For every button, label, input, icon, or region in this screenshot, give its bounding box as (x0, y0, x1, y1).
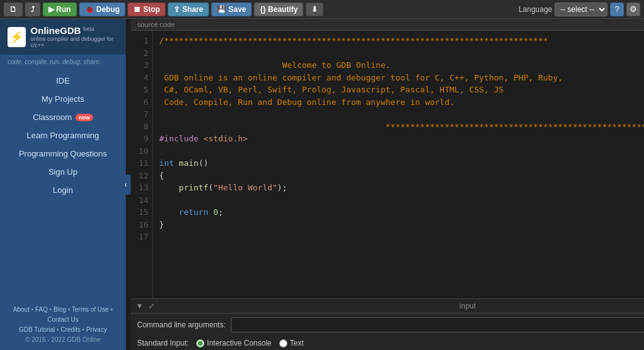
footer-contact[interactable]: Contact Us (47, 316, 78, 323)
settings-button[interactable]: ⚙ (626, 3, 640, 16)
sidebar-item-signup[interactable]: Sign Up (0, 163, 126, 181)
debug-button[interactable]: 🐞 Debug (79, 3, 126, 16)
sidebar-item-my-projects[interactable]: My Projects (0, 90, 126, 108)
sidebar-item-questions[interactable]: Programming Questions (0, 145, 126, 163)
stdin-row: Standard Input: Interactive Console Text (131, 336, 644, 350)
text-label: Text (290, 339, 304, 347)
panel-title: input (160, 302, 644, 310)
interactive-console-label: Interactive Console (207, 339, 272, 347)
footer-gdb-tutorial[interactable]: GDB Tutorial (19, 326, 55, 333)
save-label: 💾 Save (217, 5, 246, 14)
language-selector-area: Language -- select -- C C++ Python Ruby … (519, 3, 640, 16)
sidebar: ⚡ OnlineGDB beta online compiler and deb… (0, 19, 126, 350)
stop-label: ⏹ Stop (133, 5, 160, 14)
source-code-label: source code (131, 19, 644, 31)
editor-area: source code 1 2 3 4 5 6 7 8 9 10 11 12 1… (131, 19, 644, 350)
code-editor: 1 2 3 4 5 6 7 8 9 10 11 12 13 14 15 16 1… (131, 31, 644, 298)
panel-header: ▼ ⤢ input (131, 299, 644, 314)
help-icon: ? (614, 4, 619, 14)
run-label: ▶ Run (48, 5, 71, 14)
sidebar-slogan: code. compile. run. debug. share. (0, 55, 126, 69)
brand-tagline: online compiler and debugger for c/c++ (31, 36, 118, 48)
footer-privacy[interactable]: Privacy (86, 326, 107, 333)
language-label: Language (519, 5, 552, 14)
line-numbers: 1 2 3 4 5 6 7 8 9 10 11 12 13 14 15 16 1… (131, 31, 153, 298)
sidebar-item-learn[interactable]: Learn Programming (0, 126, 126, 145)
brand-text: OnlineGDB beta online compiler and debug… (31, 25, 118, 48)
new-file-icon: 🗋 (9, 5, 17, 14)
footer-credits[interactable]: Credits (60, 326, 80, 333)
stdin-label: Standard Input: (137, 339, 189, 347)
footer-terms[interactable]: Terms of Use (72, 306, 109, 313)
cmd-args-input[interactable] (231, 317, 644, 332)
sidebar-footer: About • FAQ • Blog • Terms of Use • Cont… (0, 300, 126, 350)
code-content[interactable]: /***************************************… (153, 31, 644, 298)
help-button[interactable]: ? (610, 3, 624, 16)
language-select[interactable]: -- select -- C C++ Python Ruby Java (555, 3, 608, 16)
interactive-console-option[interactable]: Interactive Console (196, 339, 272, 347)
run-button[interactable]: ▶ Run (43, 3, 77, 16)
sidebar-nav: IDE My Projects Classroom new Learn Prog… (0, 72, 126, 199)
stop-button[interactable]: ⏹ Stop (128, 3, 165, 16)
beautify-label: {} Beautify (260, 5, 297, 14)
logo: ⚡ (8, 27, 26, 47)
toolbar: 🗋 ⤴ ▶ Run 🐞 Debug ⏹ Stop ⇪ Share 💾 Save … (0, 0, 644, 19)
cmd-args-label: Command line arguments: (137, 320, 226, 329)
sidebar-item-login[interactable]: Login (0, 181, 126, 199)
debug-label: 🐞 Debug (85, 5, 120, 14)
sidebar-item-ide[interactable]: IDE (0, 72, 126, 90)
share-button[interactable]: ⇪ Share (168, 3, 209, 16)
new-badge: new (75, 114, 93, 121)
sidebar-header: ⚡ OnlineGDB beta online compiler and deb… (0, 19, 126, 55)
download-button[interactable]: ⬇ (306, 3, 323, 16)
main-content: ⚡ OnlineGDB beta online compiler and deb… (0, 19, 644, 350)
share-label: ⇪ Share (174, 5, 203, 14)
footer-faq[interactable]: FAQ (35, 306, 48, 313)
beautify-button[interactable]: {} Beautify (254, 3, 303, 16)
input-panel: ▼ ⤢ input Command line arguments: Standa… (131, 298, 644, 350)
download-icon: ⬇ (311, 5, 318, 14)
sidebar-item-classroom[interactable]: Classroom new (0, 108, 126, 126)
open-file-icon: ⤴ (31, 5, 35, 14)
brand-name: OnlineGDB beta (31, 25, 118, 36)
new-button[interactable]: 🗋 (4, 3, 23, 16)
brand-beta: beta (83, 26, 94, 32)
sidebar-collapse-toggle[interactable]: ‹ (121, 175, 131, 195)
footer-about[interactable]: About (13, 306, 30, 313)
gear-icon: ⚙ (630, 4, 637, 14)
cmd-args-row: Command line arguments: (131, 314, 644, 336)
text-option[interactable]: Text (279, 339, 304, 347)
open-button[interactable]: ⤴ (25, 3, 40, 16)
save-button[interactable]: 💾 Save (211, 3, 252, 16)
logo-icon: ⚡ (9, 30, 23, 44)
panel-collapse-icon[interactable]: ▼ (136, 302, 143, 310)
panel-expand-icon[interactable]: ⤢ (148, 302, 155, 310)
footer-copyright: © 2016 - 2022 GDB Online (4, 335, 122, 345)
footer-blog[interactable]: Blog (53, 306, 66, 313)
